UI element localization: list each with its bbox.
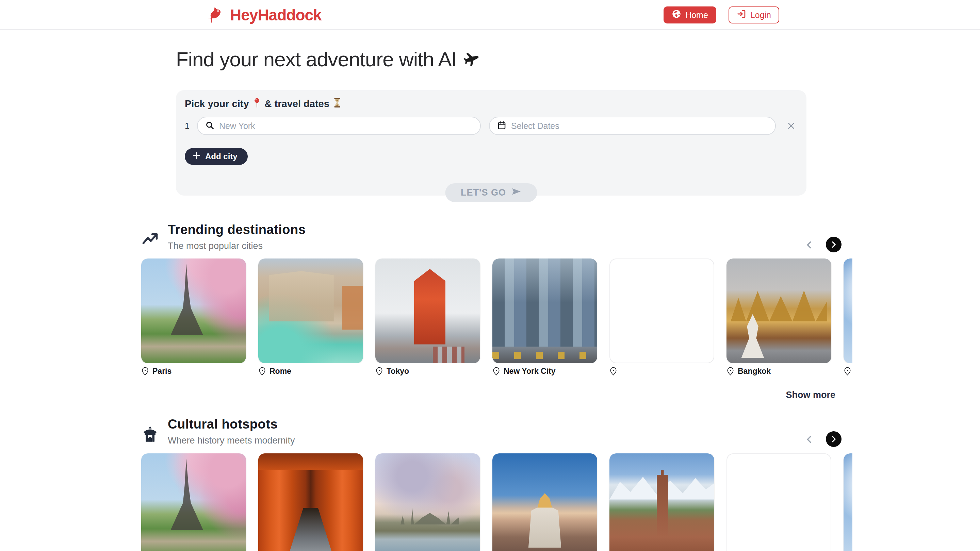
remove-city-button[interactable] bbox=[785, 119, 798, 132]
cultural-card-torii-gates[interactable] bbox=[258, 453, 363, 551]
form-heading-prefix: Pick your city bbox=[185, 98, 249, 110]
calendar-icon bbox=[497, 121, 506, 131]
round-pushpin-emoji bbox=[253, 98, 261, 110]
brand-logo[interactable]: HeyHaddock bbox=[205, 5, 321, 25]
row-index: 1 bbox=[185, 121, 196, 131]
destination-label-tokyo: Tokyo bbox=[375, 367, 480, 376]
add-city-button[interactable]: Add city bbox=[185, 148, 248, 165]
destination-name: Bangkok bbox=[738, 367, 771, 376]
cultural-card-mexico-city[interactable] bbox=[492, 453, 597, 551]
cultural-card-paris[interactable] bbox=[141, 453, 246, 551]
top-navbar: HeyHaddock Home bbox=[0, 0, 980, 30]
cultural-cards-row bbox=[141, 453, 853, 551]
destination-label-paris: Paris bbox=[141, 367, 246, 376]
form-heading: Pick your city & travel dates bbox=[185, 98, 342, 110]
header-nav: Home Login bbox=[663, 6, 779, 24]
dates-input[interactable] bbox=[511, 121, 768, 131]
destination-label-bangkok: Bangkok bbox=[727, 367, 831, 376]
cultural-card-marrakech[interactable] bbox=[609, 453, 714, 551]
destination-card-new-york[interactable] bbox=[492, 259, 597, 363]
destination-card-rome[interactable] bbox=[258, 259, 363, 363]
destination-card-tokyo[interactable] bbox=[375, 259, 480, 363]
cultural-section-header: Cultural hotspots Where history meets mo… bbox=[141, 416, 853, 450]
cultural-card-partial[interactable] bbox=[843, 453, 853, 551]
trending-section-header: Trending destinations The most popular c… bbox=[141, 222, 853, 256]
page: HeyHaddock Home bbox=[0, 0, 980, 551]
temple-pagoda-icon bbox=[141, 425, 159, 443]
cultural-card-blank[interactable] bbox=[727, 453, 831, 551]
globe-icon bbox=[672, 9, 681, 21]
cultural-subtitle: Where history meets modernity bbox=[168, 435, 295, 446]
fish-icon bbox=[205, 5, 224, 25]
home-button[interactable]: Home bbox=[663, 6, 716, 24]
destination-name: Tokyo bbox=[387, 367, 409, 376]
plus-icon bbox=[192, 151, 201, 162]
cultural-next-button[interactable] bbox=[826, 431, 842, 447]
destination-label-new-york: New York City bbox=[492, 367, 597, 376]
login-arrow-icon bbox=[737, 9, 746, 21]
city-date-row: 1 bbox=[185, 117, 798, 135]
trending-up-icon bbox=[141, 230, 159, 248]
search-icon bbox=[205, 121, 215, 131]
trending-title: Trending destinations bbox=[168, 222, 305, 237]
brand-name: HeyHaddock bbox=[230, 6, 321, 24]
hero-title: Find your next adventure with AI bbox=[176, 48, 479, 71]
form-heading-suffix: & travel dates bbox=[265, 98, 329, 110]
trending-cards-row bbox=[141, 259, 853, 363]
dates-field[interactable] bbox=[489, 117, 776, 135]
destination-card-partial[interactable] bbox=[843, 259, 853, 363]
trending-prev-button[interactable] bbox=[802, 237, 817, 252]
destination-card-bangkok[interactable] bbox=[727, 259, 831, 363]
trip-search-card: Pick your city & travel dates bbox=[176, 90, 807, 195]
login-button-label: Login bbox=[750, 10, 771, 20]
city-search-field[interactable] bbox=[197, 117, 481, 135]
cultural-title: Cultural hotspots bbox=[168, 417, 278, 432]
destination-card-blank[interactable] bbox=[609, 259, 714, 363]
destination-card-paris[interactable] bbox=[141, 259, 246, 363]
trending-subtitle: The most popular cities bbox=[168, 241, 263, 251]
hero-title-text: Find your next adventure with AI bbox=[176, 48, 457, 71]
airplane-icon bbox=[463, 48, 479, 71]
city-search-input[interactable] bbox=[219, 121, 473, 131]
destination-name: New York City bbox=[504, 367, 556, 376]
destination-label-blank bbox=[609, 367, 714, 376]
destination-name: Paris bbox=[153, 367, 172, 376]
trending-labels-row: Paris Rome Tokyo New York City Bangkok bbox=[141, 367, 853, 376]
hourglass-emoji bbox=[333, 98, 342, 110]
show-more-link[interactable]: Show more bbox=[141, 390, 835, 400]
home-button-label: Home bbox=[685, 10, 708, 20]
login-button[interactable]: Login bbox=[729, 6, 779, 24]
add-city-label: Add city bbox=[205, 152, 237, 161]
send-plane-icon bbox=[511, 186, 522, 199]
lets-go-button[interactable]: LET'S GO bbox=[445, 183, 537, 202]
trending-next-button[interactable] bbox=[826, 237, 842, 252]
destination-name: Rome bbox=[269, 367, 291, 376]
destination-label-partial bbox=[843, 367, 853, 376]
cultural-card-istanbul[interactable] bbox=[375, 453, 480, 551]
destination-label-rome: Rome bbox=[258, 367, 363, 376]
cultural-prev-button[interactable] bbox=[802, 432, 817, 447]
lets-go-label: LET'S GO bbox=[461, 187, 506, 198]
